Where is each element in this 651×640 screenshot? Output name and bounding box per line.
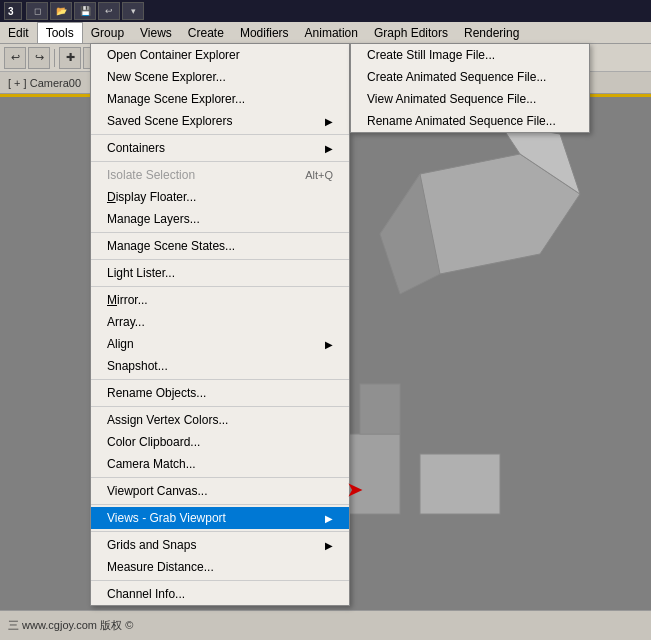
menu-rename-objects[interactable]: Rename Objects... [91, 382, 349, 404]
menu-tools[interactable]: Tools [37, 22, 83, 43]
extra-btn[interactable]: ▾ [122, 2, 144, 20]
redo-tool[interactable]: ↪ [28, 47, 50, 69]
sep-8 [91, 477, 349, 478]
submenu-view-animated-sequence[interactable]: View Animated Sequence File... [351, 88, 589, 110]
select-tool[interactable]: ✚ [59, 47, 81, 69]
menu-rendering[interactable]: Rendering [456, 22, 527, 43]
menu-graph-editors[interactable]: Graph Editors [366, 22, 456, 43]
tools-dropdown-menu: Open Container Explorer New Scene Explor… [90, 43, 350, 606]
menu-views[interactable]: Views [132, 22, 180, 43]
menu-new-scene-explorer[interactable]: New Scene Explorer... [91, 66, 349, 88]
menu-array[interactable]: Array... [91, 311, 349, 333]
menu-viewport-canvas[interactable]: Viewport Canvas... [91, 480, 349, 502]
menu-animation[interactable]: Animation [297, 22, 366, 43]
menu-create[interactable]: Create [180, 22, 232, 43]
menu-display-floater[interactable]: Display Floater... [91, 186, 349, 208]
menu-modifiers[interactable]: Modifiers [232, 22, 297, 43]
align-arrow-icon: ▶ [325, 339, 333, 350]
grab-viewport-arrow-icon: ▶ [325, 513, 333, 524]
svg-rect-8 [360, 384, 400, 434]
menu-manage-scene-explorer[interactable]: Manage Scene Explorer... [91, 88, 349, 110]
svg-rect-7 [420, 454, 500, 514]
sep-6 [91, 379, 349, 380]
menu-manage-layers[interactable]: Manage Layers... [91, 208, 349, 230]
sep-4 [91, 259, 349, 260]
status-bar: 三 www.cgjoy.com 版权 © [0, 610, 651, 640]
grids-arrow-icon: ▶ [325, 540, 333, 551]
grab-viewport-submenu: Create Still Image File... Create Animat… [350, 43, 590, 133]
menu-assign-vertex-colors[interactable]: Assign Vertex Colors... [91, 409, 349, 431]
menu-measure-distance[interactable]: Measure Distance... [91, 556, 349, 578]
sep-5 [91, 286, 349, 287]
menu-light-lister[interactable]: Light Lister... [91, 262, 349, 284]
menu-manage-scene-states[interactable]: Manage Scene States... [91, 235, 349, 257]
sep-9 [91, 504, 349, 505]
sep-3 [91, 232, 349, 233]
open-btn[interactable]: 📂 [50, 2, 72, 20]
submenu-rename-animated-sequence[interactable]: Rename Animated Sequence File... [351, 110, 589, 132]
sep-11 [91, 580, 349, 581]
menu-isolate-selection: Isolate Selection Alt+Q [91, 164, 349, 186]
app-logo: 3 [4, 2, 22, 20]
sep-7 [91, 406, 349, 407]
menu-mirror[interactable]: Mirror... [91, 289, 349, 311]
sep1 [54, 49, 55, 67]
menu-color-clipboard[interactable]: Color Clipboard... [91, 431, 349, 453]
menu-saved-scene-explorers[interactable]: Saved Scene Explorers ▶ [91, 110, 349, 132]
menu-group[interactable]: Group [83, 22, 132, 43]
submenu-create-still-image[interactable]: Create Still Image File... [351, 44, 589, 66]
menu-containers[interactable]: Containers ▶ [91, 137, 349, 159]
svg-text:3: 3 [8, 6, 14, 17]
menu-align[interactable]: Align ▶ [91, 333, 349, 355]
submenu-pointer-arrow: ➤ [347, 479, 362, 501]
menu-grids-and-snaps[interactable]: Grids and Snaps ▶ [91, 534, 349, 556]
title-bar: 3 ◻ 📂 💾 ↩ ▾ [0, 0, 651, 22]
save-btn[interactable]: 💾 [74, 2, 96, 20]
saved-scene-arrow-icon: ▶ [325, 116, 333, 127]
title-bar-controls: ◻ 📂 💾 ↩ ▾ [26, 2, 144, 20]
status-text: 三 www.cgjoy.com 版权 © [8, 618, 133, 633]
sep-10 [91, 531, 349, 532]
undo-btn[interactable]: ↩ [98, 2, 120, 20]
menu-camera-match[interactable]: Camera Match... [91, 453, 349, 475]
menu-channel-info[interactable]: Channel Info... [91, 583, 349, 605]
menu-edit[interactable]: Edit [0, 22, 37, 43]
sep-2 [91, 161, 349, 162]
camera-label: [ + ] Camera00 [4, 77, 85, 89]
menu-views-grab-viewport[interactable]: Views - Grab Viewport ▶ [91, 507, 349, 529]
menu-bar: Edit Tools Group Views Create Modifiers … [0, 22, 651, 44]
sep-1 [91, 134, 349, 135]
menu-snapshot[interactable]: Snapshot... [91, 355, 349, 377]
containers-arrow-icon: ▶ [325, 143, 333, 154]
submenu-create-animated-sequence[interactable]: Create Animated Sequence File... [351, 66, 589, 88]
new-btn[interactable]: ◻ [26, 2, 48, 20]
menu-open-container-explorer[interactable]: Open Container Explorer [91, 44, 349, 66]
undo-tool[interactable]: ↩ [4, 47, 26, 69]
